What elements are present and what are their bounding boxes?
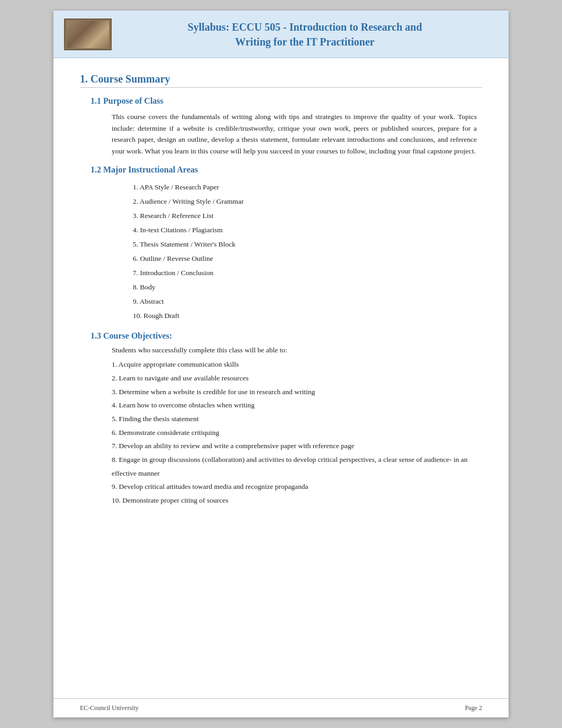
- list-item: 4. In-text Citations / Plagiarism: [133, 223, 482, 237]
- list-item: 3. Determine when a website is credible …: [112, 385, 482, 399]
- list-item: 9. Develop critical attitudes toward med…: [112, 480, 482, 494]
- header-title-line2: Writing for the IT Practitioner: [235, 36, 374, 48]
- content: 1. Course Summary 1.1 Purpose of Class T…: [53, 58, 509, 698]
- list-item: 3. Research / Reference List: [133, 208, 482, 223]
- list-item: 2. Audience / Writing Style / Grammar: [133, 194, 482, 208]
- subsection1-title: 1.1 Purpose of Class: [90, 96, 482, 106]
- list-item: 6. Demonstrate considerate critiquing: [112, 426, 482, 440]
- list-item: 1. APA Style / Research Paper: [133, 180, 482, 194]
- subsection1-body: This course covers the fundamentals of w…: [112, 111, 477, 157]
- list-item: 9. Abstract: [133, 294, 482, 308]
- header: Syllabus: ECCU 505 - Introduction to Res…: [53, 11, 509, 58]
- list-item: 7. Develop an ability to review and writ…: [112, 439, 482, 453]
- list-item: 7. Introduction / Conclusion: [133, 266, 482, 280]
- footer-left: EC-Council University: [80, 704, 139, 712]
- list-item: 8. Engage in group discussions (collabor…: [112, 453, 482, 480]
- list-item: 5. Thesis Statement / Writer's Block: [133, 237, 482, 251]
- list-item: 2. Learn to navigate and use available r…: [112, 371, 482, 385]
- list-item: 10. Demonstrate proper citing of sources: [112, 494, 482, 507]
- section1-title: 1. Course Summary: [80, 73, 482, 88]
- subsection3-title: 1.3 Course Objectives:: [90, 331, 482, 341]
- header-title: Syllabus: ECCU 505 - Introduction to Res…: [112, 20, 498, 49]
- subsection2-title: 1.2 Major Instructional Areas: [90, 165, 482, 175]
- list-item: 6. Outline / Reverse Outline: [133, 251, 482, 266]
- objectives-intro: Students who successfully complete this …: [112, 346, 482, 354]
- list-item: 8. Body: [133, 280, 482, 294]
- page: Syllabus: ECCU 505 - Introduction to Res…: [53, 11, 509, 717]
- list-item: 5. Finding the thesis statement: [112, 412, 482, 426]
- footer: EC-Council University Page 2: [53, 698, 509, 717]
- header-title-line1: Syllabus: ECCU 505 - Introduction to Res…: [187, 21, 422, 33]
- instructional-areas-list: 1. APA Style / Research Paper 2. Audienc…: [133, 180, 482, 323]
- list-item: 1. Acquire appropriate communication ski…: [112, 358, 482, 371]
- logo-image: [67, 21, 109, 48]
- logo: [64, 19, 112, 50]
- footer-right: Page 2: [465, 704, 482, 712]
- list-item: 10. Rough Draft: [133, 308, 482, 323]
- list-item: 4. Learn how to overcome obstacles when …: [112, 398, 482, 412]
- objectives-list: 1. Acquire appropriate communication ski…: [112, 358, 482, 507]
